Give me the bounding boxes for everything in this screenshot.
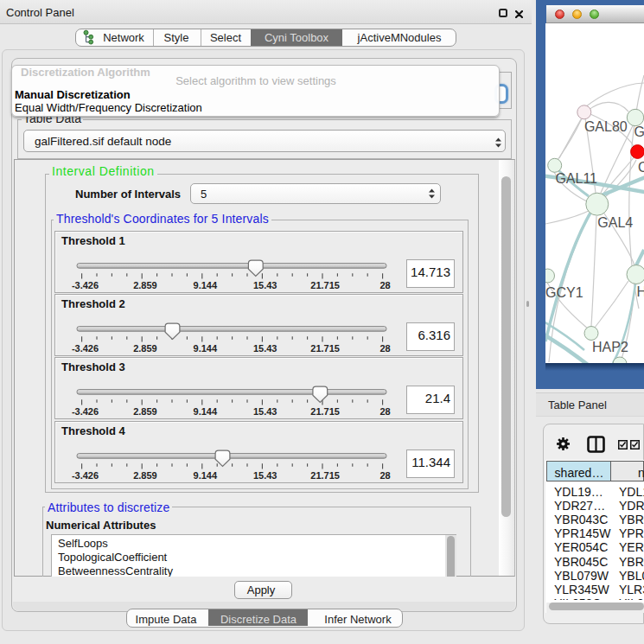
svg-text:21.715: 21.715 [310,280,340,290]
svg-text:15.43: 15.43 [253,343,277,354]
svg-text:2.859: 2.859 [133,406,157,417]
svg-text:-3.426: -3.426 [72,406,99,417]
svg-text:HAP2: HAP2 [592,340,628,354]
svg-text:GAL11: GAL11 [555,171,597,186]
svg-text:21.715: 21.715 [310,470,340,481]
svg-text:28: 28 [379,280,390,290]
svg-text:21.715: 21.715 [310,406,340,417]
svg-text:-3.426: -3.426 [72,280,99,290]
svg-text:2.859: 2.859 [133,280,157,290]
svg-text:28: 28 [379,470,390,481]
svg-text:2.859: 2.859 [133,470,157,481]
svg-text:9.144: 9.144 [194,343,218,354]
svg-text:-3.426: -3.426 [72,343,99,354]
svg-text:9.144: 9.144 [194,280,218,290]
svg-text:HA: HA [637,284,644,299]
svg-text:9.144: 9.144 [194,406,218,417]
svg-text:15.43: 15.43 [253,406,277,417]
svg-text:C: C [638,160,644,175]
svg-text:15.43: 15.43 [253,280,277,290]
svg-text:GCY1: GCY1 [545,285,583,300]
svg-text:2.859: 2.859 [133,343,157,354]
svg-text:21.715: 21.715 [310,343,340,354]
svg-text:-3.426: -3.426 [72,470,99,481]
svg-text:GAL4: GAL4 [597,215,633,230]
svg-text:9.144: 9.144 [194,470,218,481]
svg-text:GAL80: GAL80 [584,119,628,134]
svg-text:28: 28 [379,406,390,417]
svg-text:GA: GA [634,124,644,139]
svg-text:28: 28 [379,343,390,354]
svg-text:15.43: 15.43 [253,470,277,481]
